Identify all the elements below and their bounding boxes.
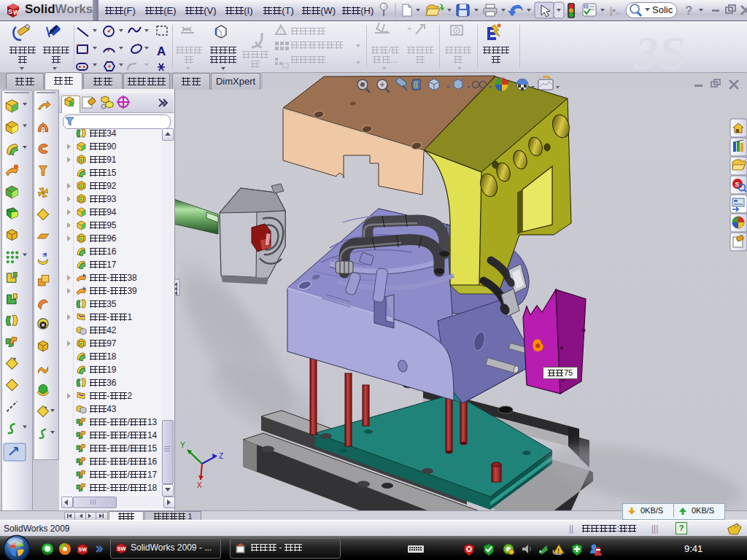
svg-text:*: * [13, 357, 16, 365]
svg-text:?: ? [685, 4, 692, 18]
svg-text:*: * [44, 404, 47, 412]
svg-text:SW: SW [117, 545, 127, 552]
svg-text:!: ! [557, 547, 560, 554]
svg-text:SW: SW [79, 547, 88, 552]
svg-text:S: S [8, 8, 12, 15]
svg-text:Solic: Solic [652, 4, 673, 15]
svg-text:A: A [157, 44, 166, 58]
svg-text:|•..: |•.. [610, 5, 621, 16]
svg-text:Y: Y [180, 441, 185, 449]
svg-text:Z: Z [219, 452, 223, 460]
svg-text:X: X [197, 481, 202, 489]
svg-text:W: W [13, 9, 20, 16]
svg-text:+: + [407, 24, 411, 33]
